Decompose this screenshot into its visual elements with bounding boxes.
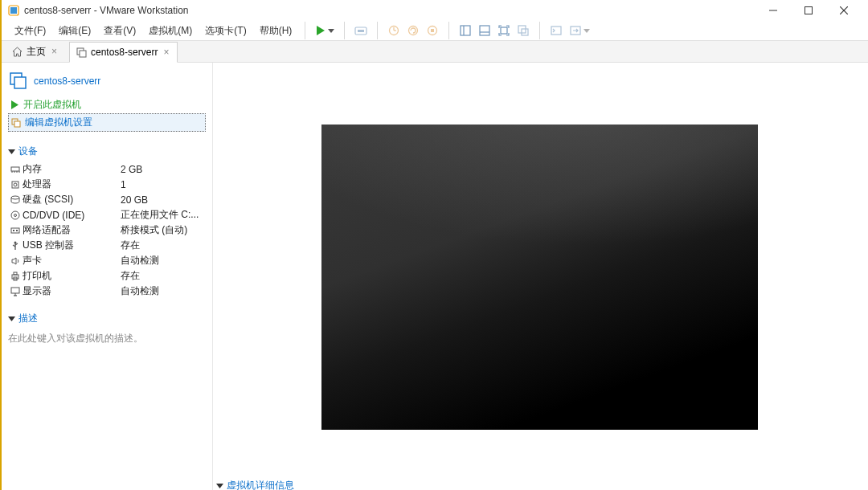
- device-row-printer[interactable]: 打印机存在: [8, 268, 206, 284]
- description-title: 描述: [18, 312, 38, 325]
- svg-marker-30: [11, 100, 18, 109]
- app-icon: [8, 5, 19, 16]
- unity-button[interactable]: [514, 21, 533, 40]
- device-row-sound[interactable]: 声卡自动检测: [8, 253, 206, 268]
- device-value: 存在: [121, 239, 140, 252]
- printer-icon: [8, 271, 23, 282]
- toolbar-separator: [344, 22, 345, 39]
- close-icon[interactable]: ×: [162, 47, 170, 58]
- svg-rect-39: [12, 182, 18, 188]
- library-show-button[interactable]: [456, 21, 475, 40]
- device-label: 显示器: [23, 284, 121, 298]
- svg-marker-33: [8, 149, 15, 154]
- tab-vm-label: centos8-serverr: [91, 47, 158, 58]
- svg-point-40: [14, 183, 17, 186]
- menu-view[interactable]: 查看(V): [97, 22, 142, 40]
- close-icon[interactable]: ×: [50, 46, 59, 57]
- device-row-display[interactable]: 显示器自动检测: [8, 284, 206, 299]
- device-label: 网络适配器: [23, 223, 121, 237]
- svg-rect-3: [805, 7, 813, 14]
- device-row-usb[interactable]: USB 控制器存在: [8, 238, 206, 253]
- svg-rect-45: [13, 230, 14, 231]
- device-label: CD/DVD (IDE): [23, 210, 121, 221]
- description-header[interactable]: 描述: [8, 312, 206, 325]
- svg-rect-50: [14, 272, 17, 275]
- revert-snapshot-button[interactable]: [403, 21, 423, 40]
- vm-detail-footer[interactable]: 虚拟机详细信息: [216, 479, 294, 490]
- device-label: USB 控制器: [23, 239, 121, 252]
- devices-header[interactable]: 设备: [8, 145, 206, 158]
- menu-bar: 文件(F) 编辑(E) 查看(V) 虚拟机(M) 选项卡(T) 帮助(H): [2, 21, 868, 40]
- menu-file[interactable]: 文件(F): [8, 22, 52, 40]
- display-icon: [8, 286, 23, 297]
- svg-point-41: [11, 196, 19, 199]
- stretch-guest-button[interactable]: [566, 21, 585, 40]
- maximize-button[interactable]: [791, 0, 826, 21]
- sound-icon: [8, 255, 23, 267]
- svg-point-13: [409, 27, 418, 35]
- devices-section: 设备 内存2 GB处理器1硬盘 (SCSI)20 GBCD/DVD (IDE)正…: [8, 145, 206, 299]
- home-icon: [12, 47, 23, 57]
- device-value: 2 GB: [121, 164, 142, 175]
- device-label: 打印机: [23, 269, 121, 283]
- svg-rect-9: [358, 30, 364, 32]
- svg-marker-56: [216, 484, 223, 488]
- window-title: centos8-serverr - VMware Workstation: [24, 5, 189, 16]
- menu-help[interactable]: 帮助(H): [253, 22, 299, 40]
- disk-icon: [8, 194, 23, 206]
- title-bar: centos8-serverr - VMware Workstation: [2, 0, 868, 21]
- main-area: centos8-serverr 开启此虚拟机 编辑虚拟机设置 设备 内存2 GB…: [2, 63, 868, 490]
- svg-rect-16: [461, 26, 470, 35]
- svg-rect-29: [14, 77, 26, 88]
- device-label: 声卡: [23, 254, 121, 267]
- svg-marker-6: [317, 26, 325, 35]
- edit-settings-link[interactable]: 编辑虚拟机设置: [8, 113, 206, 132]
- menu-edit[interactable]: 编辑(E): [52, 22, 97, 40]
- chevron-down-icon: [328, 27, 334, 34]
- thumbnail-bar-button[interactable]: [475, 21, 494, 40]
- device-row-disk[interactable]: 硬盘 (SCSI)20 GB: [8, 192, 206, 207]
- settings-icon: [11, 118, 21, 128]
- menu-tabs[interactable]: 选项卡(T): [199, 22, 252, 40]
- device-value: 自动检测: [121, 284, 159, 298]
- description-placeholder[interactable]: 在此处键入对该虚拟机的描述。: [8, 329, 206, 345]
- device-row-net[interactable]: 网络适配器桥接模式 (自动): [8, 223, 206, 238]
- power-on-label: 开启此虚拟机: [23, 98, 81, 112]
- device-value: 自动检测: [121, 254, 159, 267]
- send-ctrl-alt-del-button[interactable]: [351, 21, 371, 40]
- power-button[interactable]: [312, 23, 338, 38]
- snapshot-button[interactable]: [384, 21, 403, 40]
- usb-icon: [8, 240, 23, 251]
- play-icon: [10, 100, 19, 109]
- menu-vm[interactable]: 虚拟机(M): [142, 22, 199, 40]
- close-button[interactable]: [826, 0, 862, 21]
- vm-content-area: 虚拟机详细信息: [212, 63, 868, 490]
- devices-title: 设备: [18, 145, 38, 158]
- cpu-icon: [8, 179, 23, 190]
- tab-home[interactable]: 主页 ×: [5, 41, 66, 62]
- device-row-cpu[interactable]: 处理器1: [8, 177, 206, 192]
- device-row-memory[interactable]: 内存2 GB: [8, 161, 206, 177]
- fullscreen-button[interactable]: [494, 21, 514, 40]
- vm-summary-panel: centos8-serverr 开启此虚拟机 编辑虚拟机设置 设备 内存2 GB…: [2, 63, 212, 490]
- play-icon: [315, 25, 326, 36]
- vm-name: centos8-serverr: [34, 76, 100, 87]
- devices-list: 内存2 GB处理器1硬盘 (SCSI)20 GBCD/DVD (IDE)正在使用…: [8, 161, 206, 299]
- device-label: 处理器: [23, 178, 121, 191]
- memory-icon: [8, 164, 23, 175]
- svg-rect-34: [11, 167, 19, 171]
- tab-home-label: 主页: [27, 45, 46, 59]
- chevron-down-icon: [8, 148, 15, 155]
- toolbar-separator: [539, 22, 540, 39]
- svg-point-42: [11, 211, 19, 219]
- svg-rect-44: [11, 228, 19, 233]
- minimize-button[interactable]: [755, 0, 791, 21]
- device-row-cd[interactable]: CD/DVD (IDE)正在使用文件 C:...: [8, 207, 206, 223]
- tab-strip: 主页 × centos8-serverr ×: [2, 40, 868, 63]
- snapshot-manager-button[interactable]: [423, 21, 442, 40]
- vm-screen-preview[interactable]: [321, 125, 758, 430]
- svg-marker-25: [583, 29, 590, 33]
- tab-vm[interactable]: centos8-serverr ×: [69, 42, 178, 63]
- console-view-button[interactable]: [547, 21, 566, 40]
- power-on-link[interactable]: 开启此虚拟机: [8, 96, 206, 113]
